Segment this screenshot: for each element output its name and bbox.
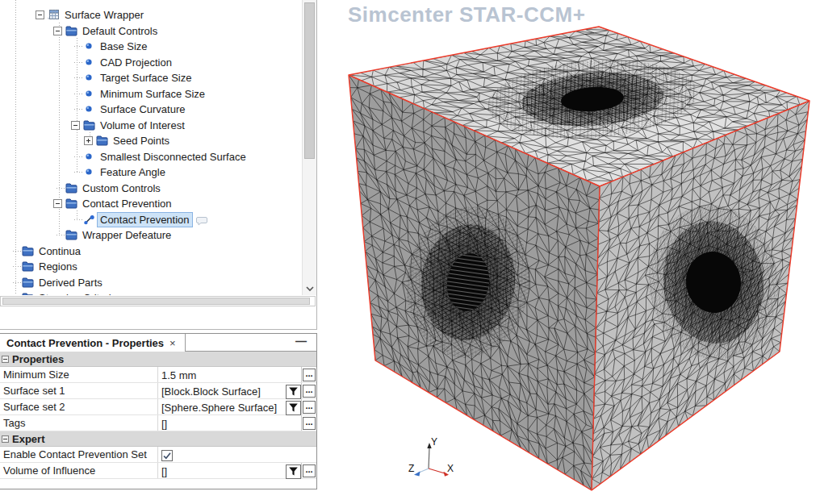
tree-item-label[interactable]: Continua (36, 244, 84, 259)
tree-item[interactable]: Custom Controls (0, 180, 302, 196)
folder-icon (65, 230, 77, 240)
tree-item-label[interactable]: Derived Parts (36, 275, 106, 290)
tree-item-label[interactable]: Smallest Disconnected Surface (97, 149, 249, 165)
tree-item[interactable]: Seed Points (0, 132, 302, 148)
property-value[interactable] (158, 447, 301, 462)
tree-item[interactable]: Regions (0, 258, 302, 274)
graphics-viewport[interactable]: Simcenter STAR-CCM+ (318, 0, 820, 504)
more-options-button[interactable]: ... (303, 401, 316, 414)
axis-label-z: Z (408, 463, 414, 474)
mesh-scene-svg[interactable]: Y X Z (318, 0, 820, 504)
tree-item-label[interactable]: Wrapper Defeature (79, 227, 174, 243)
collapse-section-icon[interactable] (2, 356, 9, 363)
tree-item-label[interactable]: Default Controls (79, 23, 161, 39)
tree-item[interactable]: Base Size (0, 38, 302, 54)
scrollbar-thumb[interactable] (2, 298, 310, 305)
minimize-panel-icon[interactable]: — (295, 335, 307, 348)
tree-expander-minus-icon[interactable] (53, 199, 62, 208)
tree-expander-minus-icon[interactable] (71, 121, 80, 130)
tree-item[interactable]: Target Surface Size (0, 69, 302, 85)
property-section-header[interactable]: Expert (0, 431, 316, 447)
folder-icon (22, 293, 34, 295)
tree-item-label[interactable]: Surface Wrapper (61, 7, 147, 23)
node-icon (83, 166, 95, 177)
more-options-button[interactable]: ... (303, 464, 316, 477)
tree-item-label[interactable]: Stopping Criteria (36, 290, 120, 295)
comment-bubble-icon (196, 216, 207, 226)
tree-horizontal-scrollbar[interactable] (0, 296, 316, 306)
tree-item[interactable]: Derived Parts (0, 274, 302, 290)
property-label: Volume of Influence (0, 463, 158, 478)
tree-item-label[interactable]: CAD Projection (97, 55, 175, 70)
property-value[interactable]: 1.5 mm (158, 367, 301, 382)
property-value-text[interactable]: [Block.Block Surface] (161, 385, 286, 398)
3d-scene[interactable]: Y X Z (318, 0, 820, 504)
tree-item-label[interactable]: Surface Curvature (97, 102, 189, 117)
tree-item[interactable]: Stopping Criteria (0, 289, 302, 295)
surface-wrapper-icon (48, 9, 60, 20)
folder-icon (96, 135, 108, 146)
close-tab-icon[interactable]: × (169, 338, 176, 348)
tree-expander-minus-icon[interactable] (36, 10, 44, 19)
tree-item-label[interactable]: Base Size (97, 39, 151, 54)
scrollbar-thumb[interactable] (304, 2, 315, 159)
property-value[interactable]: [Block.Block Surface] (158, 383, 301, 398)
property-value-text[interactable]: [Sphere.Sphere Surface] (161, 402, 286, 414)
property-value-text[interactable]: [] (161, 465, 286, 477)
tree-item-label[interactable]: Contact Prevention (79, 196, 175, 211)
tree-connector (13, 251, 21, 252)
property-row: Enable Contact Prevention Set (0, 447, 316, 463)
tree-item-label[interactable]: Custom Controls (79, 181, 164, 196)
property-section-header[interactable]: Properties (0, 352, 316, 367)
tree-connector (74, 109, 82, 110)
tree-item-label[interactable]: Seed Points (110, 133, 173, 148)
tree-item[interactable]: Surface Curvature (0, 101, 302, 117)
scroll-down-arrow-icon[interactable] (305, 282, 315, 292)
tree-item[interactable]: Feature Angle (0, 164, 302, 180)
tree-connector (74, 172, 82, 173)
tree-item-label[interactable]: Target Surface Size (97, 70, 195, 85)
properties-tab[interactable]: Contact Prevention - Properties × (0, 334, 186, 352)
tree-vertical-scrollbar[interactable] (302, 0, 316, 295)
property-row: Tags []... (0, 415, 316, 431)
tree-connector (74, 219, 82, 220)
property-value[interactable]: [] (158, 415, 301, 431)
tree-item[interactable]: Contact Prevention (0, 195, 302, 211)
property-value-text[interactable]: [] (161, 418, 301, 430)
collapse-section-icon[interactable] (2, 435, 9, 443)
tree-item[interactable]: Continua (0, 243, 302, 259)
tree-expander-plus-icon[interactable] (84, 136, 93, 145)
more-options-button[interactable]: ... (303, 417, 316, 430)
filter-button[interactable] (286, 401, 301, 415)
tree-item[interactable]: Contact Prevention (0, 211, 302, 227)
node-icon (83, 88, 95, 99)
property-value-text[interactable]: 1.5 mm (161, 369, 301, 381)
tree-expander-minus-icon[interactable] (53, 27, 62, 35)
simulation-tree[interactable]: Surface WrapperDefault ControlsBase Size… (0, 0, 302, 295)
tree-item[interactable]: Wrapper Defeature (0, 227, 302, 243)
enable-checkbox[interactable] (161, 450, 173, 461)
node-icon (83, 151, 95, 162)
tree-item[interactable]: CAD Projection (0, 54, 302, 70)
tree-connector (74, 62, 82, 63)
filter-button[interactable] (286, 385, 301, 399)
tree-item-label[interactable]: Contact Prevention (97, 212, 193, 227)
property-row: Volume of Influence []... (0, 463, 316, 479)
more-options-button[interactable]: ... (303, 385, 316, 398)
property-label: Enable Contact Prevention Set (0, 447, 158, 462)
tree-item-label[interactable]: Volume of Interest (97, 118, 188, 133)
tree-item-label[interactable]: Minimum Surface Size (97, 86, 208, 102)
property-value[interactable]: [] (158, 463, 301, 478)
filter-button[interactable] (286, 464, 301, 479)
property-value[interactable]: [Sphere.Sphere Surface] (158, 399, 301, 414)
tree-item[interactable]: Minimum Surface Size (0, 85, 302, 102)
more-options-button[interactable]: ... (303, 369, 316, 381)
tree-item-label[interactable]: Feature Angle (97, 165, 169, 180)
tree-item[interactable]: Default Controls (0, 23, 302, 39)
filter-icon (288, 402, 299, 413)
tree-item[interactable]: Surface Wrapper (0, 6, 302, 23)
tree-item-label[interactable]: Regions (36, 259, 81, 274)
tree-item[interactable]: Volume of Interest (0, 117, 302, 133)
node-icon (83, 72, 95, 83)
tree-item[interactable]: Smallest Disconnected Surface (0, 148, 302, 165)
